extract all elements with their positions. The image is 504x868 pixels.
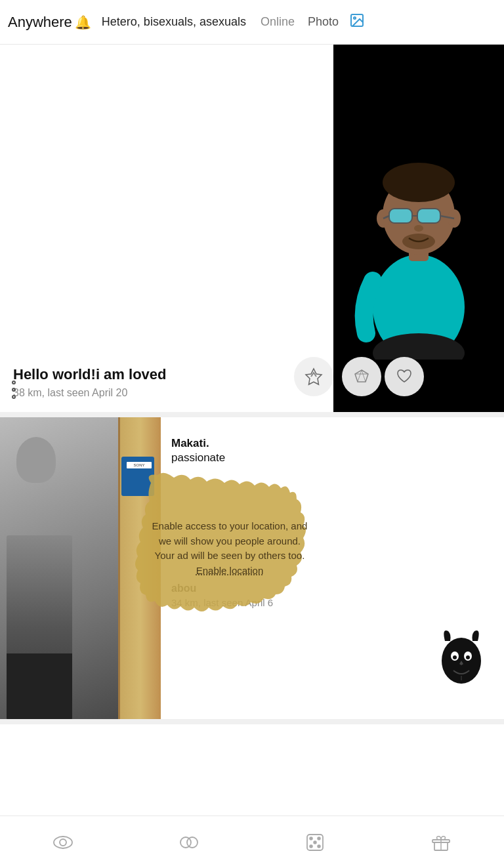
enable-location-link[interactable]: Enable location bbox=[196, 565, 264, 576]
photo-filter-icon bbox=[349, 12, 365, 31]
nav-random[interactable] bbox=[289, 823, 341, 862]
svg-marker-20 bbox=[355, 370, 368, 382]
nav-gifts[interactable] bbox=[415, 823, 467, 862]
user2-location: Makati. bbox=[171, 437, 494, 450]
tooltip-text: Enable access to your location, and we w… bbox=[131, 506, 328, 591]
dot-3 bbox=[12, 395, 16, 399]
svg-point-6 bbox=[383, 163, 455, 202]
svg-point-16 bbox=[414, 225, 423, 232]
orientation-filter[interactable]: Hetero, bisexuals, asexuals bbox=[102, 15, 246, 29]
three-dots-menu[interactable] bbox=[12, 381, 16, 399]
devil-mask-icon bbox=[432, 625, 491, 693]
svg-point-38 bbox=[310, 845, 312, 848]
svg-point-33 bbox=[187, 837, 198, 848]
profile-card-1: Hello world!i am loved 38 km, last seen … bbox=[0, 45, 504, 417]
user2-desc: passionate bbox=[171, 451, 494, 465]
bottom-navigation bbox=[0, 816, 504, 868]
nav-chat[interactable] bbox=[163, 823, 215, 862]
location-bell-icon: 🔔 bbox=[75, 14, 91, 30]
svg-point-1 bbox=[354, 17, 356, 19]
svg-point-28 bbox=[466, 655, 470, 659]
svg-point-27 bbox=[453, 655, 457, 659]
dot-1 bbox=[12, 381, 16, 384]
svg-point-36 bbox=[318, 837, 320, 840]
user1-name: Hello world!i am loved bbox=[13, 366, 320, 383]
svg-rect-10 bbox=[417, 209, 440, 223]
location-label: Anywhere bbox=[8, 14, 72, 31]
svg-point-30 bbox=[54, 837, 72, 848]
svg-point-31 bbox=[60, 839, 66, 846]
gift-icon bbox=[429, 831, 453, 854]
svg-rect-9 bbox=[389, 209, 412, 223]
svg-point-37 bbox=[314, 841, 316, 844]
chat-icon bbox=[177, 831, 201, 854]
nav-browse[interactable] bbox=[37, 823, 89, 862]
card1-left: Hello world!i am loved 38 km, last seen … bbox=[0, 45, 333, 412]
online-filter[interactable]: Online bbox=[261, 15, 295, 29]
svg-point-35 bbox=[310, 837, 312, 840]
profile-card-2: SONY Makati. passionate abou 34 km, last… bbox=[0, 417, 504, 724]
like-button[interactable] bbox=[385, 357, 424, 396]
dot-2 bbox=[12, 388, 16, 392]
location-tooltip[interactable]: Enable access to your location, and we w… bbox=[131, 470, 328, 627]
eye-icon bbox=[51, 831, 75, 854]
location-filter[interactable]: Anywhere 🔔 bbox=[8, 14, 91, 31]
svg-point-17 bbox=[402, 234, 435, 249]
user1-meta: 38 km, last seen April 20 bbox=[13, 387, 320, 399]
boost-button[interactable] bbox=[294, 357, 333, 396]
diamond-button[interactable] bbox=[342, 357, 381, 396]
more-button[interactable] bbox=[419, 357, 458, 396]
photo-filter[interactable]: Photo bbox=[308, 15, 339, 29]
top-navigation: Anywhere 🔔 Hetero, bisexuals, asexuals O… bbox=[0, 0, 504, 45]
svg-point-39 bbox=[318, 845, 320, 848]
svg-marker-19 bbox=[306, 369, 322, 384]
dice-icon bbox=[303, 831, 327, 854]
